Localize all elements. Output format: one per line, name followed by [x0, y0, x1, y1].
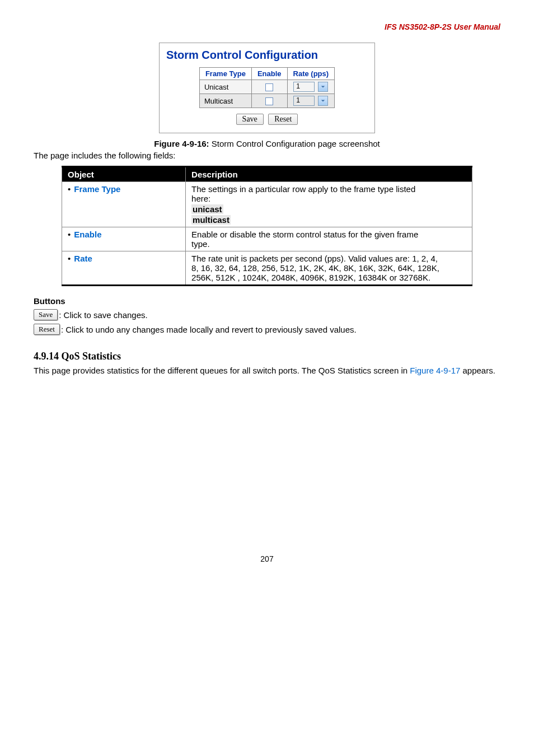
figure-link[interactable]: Figure 4-9-17: [410, 366, 460, 375]
desc-line: type.: [191, 239, 466, 249]
frame-type-cell: Unicast: [199, 80, 251, 94]
enable-cell: [251, 80, 287, 94]
reset-button-text: : Click to undo any changes made locally…: [61, 325, 357, 334]
desc-line: Enable or disable the storm control stat…: [191, 230, 466, 239]
storm-control-table: Frame Type Enable Rate (pps) Unicast 1: [199, 67, 335, 108]
desc-bold: unicast: [191, 204, 223, 214]
bullet-icon: •: [68, 230, 71, 239]
save-button[interactable]: Save: [236, 114, 264, 125]
object-name: Enable: [74, 230, 101, 239]
table-row: •Rate The rate unit is packets per secon…: [62, 251, 472, 286]
save-button-text: : Click to save changes.: [59, 310, 147, 320]
desc-line: The rate unit is packets per second (pps…: [191, 254, 466, 263]
bullet-icon: •: [68, 254, 71, 263]
para-pre: This page provides statistics for the di…: [34, 366, 410, 375]
checkbox-icon[interactable]: [265, 83, 273, 91]
table-row: Unicast 1: [199, 80, 334, 94]
save-button-description: Save : Click to save changes.: [34, 309, 500, 320]
table-row: •Frame Type The settings in a particular…: [62, 182, 472, 227]
document-header: IFS NS3502-8P-2S User Manual: [34, 22, 500, 31]
col-enable: Enable: [251, 68, 287, 80]
reset-button-inline[interactable]: Reset: [34, 324, 60, 335]
rate-input[interactable]: 1: [293, 82, 315, 92]
desc-line: 256K, 512K , 1024K, 2048K, 4096K, 8192K,…: [191, 273, 466, 282]
caption-label: Figure 4-9-16:: [154, 139, 209, 148]
buttons-heading: Buttons: [34, 296, 500, 306]
chevron-down-icon[interactable]: [318, 82, 328, 92]
table-row: •Enable Enable or disable the storm cont…: [62, 227, 472, 251]
intro-text: The page includes the following fields:: [34, 151, 500, 160]
chevron-down-icon[interactable]: [318, 96, 328, 106]
storm-control-figure: Storm Control Configuration Frame Type E…: [159, 43, 375, 133]
col-rate: Rate (pps): [287, 68, 335, 80]
table-row: Multicast 1: [199, 94, 334, 108]
caption-text: Storm Control Configuration page screens…: [209, 139, 380, 148]
rate-cell: 1: [287, 80, 335, 94]
section-heading: 4.9.14 QoS Statistics: [34, 351, 500, 362]
desc-line: 8, 16, 32, 64, 128, 256, 512, 1K, 2K, 4K…: [191, 263, 466, 273]
figure-title: Storm Control Configuration: [166, 49, 368, 62]
checkbox-icon[interactable]: [265, 97, 273, 105]
desc-bold: multicast: [191, 215, 231, 225]
bullet-icon: •: [68, 184, 71, 194]
rate-cell: 1: [287, 94, 335, 108]
frame-type-cell: Multicast: [199, 94, 251, 108]
description-table: Object Description •Frame Type The setti…: [62, 166, 472, 286]
desc-line: here:: [191, 194, 466, 203]
para-post: appears.: [460, 366, 495, 375]
object-name: Rate: [74, 254, 92, 263]
object-header: Object: [62, 167, 186, 182]
desc-line: The settings in a particular row apply t…: [191, 184, 466, 194]
page-number: 207: [34, 554, 500, 563]
rate-input[interactable]: 1: [293, 96, 315, 106]
description-header: Description: [186, 167, 472, 182]
object-name: Frame Type: [74, 184, 120, 194]
col-frame-type: Frame Type: [199, 68, 251, 80]
enable-cell: [251, 94, 287, 108]
figure-caption: Figure 4-9-16: Storm Control Configurati…: [34, 139, 500, 148]
section-paragraph: This page provides statistics for the di…: [34, 366, 500, 375]
reset-button-description: Reset : Click to undo any changes made l…: [34, 324, 500, 335]
reset-button[interactable]: Reset: [268, 114, 298, 125]
save-button-inline[interactable]: Save: [34, 309, 58, 320]
